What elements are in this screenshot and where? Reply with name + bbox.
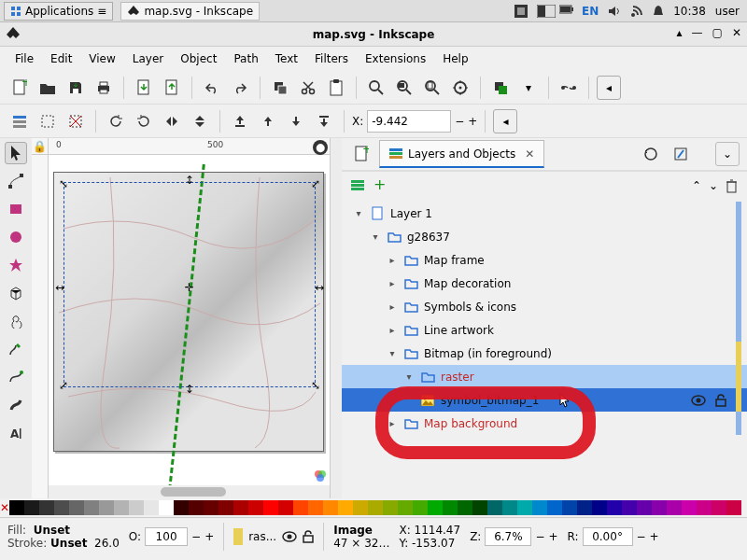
3dbox-tool[interactable]	[5, 282, 27, 304]
tree-row-mapframe[interactable]: ▸ Map frame	[342, 248, 747, 272]
layer-color-swatch[interactable]	[233, 528, 243, 545]
applications-menu[interactable]: Applications ≡	[4, 2, 113, 21]
close-icon[interactable]: ✕	[732, 26, 741, 39]
calligraphy-tool[interactable]	[5, 394, 27, 416]
swatch[interactable]	[144, 500, 159, 515]
swatch[interactable]	[622, 500, 637, 515]
print-button[interactable]	[92, 76, 116, 100]
select-mode-button[interactable]	[35, 109, 60, 133]
swatch[interactable]	[562, 500, 577, 515]
collapse-icon[interactable]: ▴	[677, 26, 683, 39]
move-up-icon[interactable]: ⌃	[692, 179, 701, 192]
rect-tool[interactable]	[5, 198, 27, 220]
selector-tool[interactable]	[5, 142, 27, 164]
current-layer[interactable]: ras...	[248, 530, 276, 543]
menu-view[interactable]: View	[81, 49, 122, 69]
zoom-minus[interactable]: −	[535, 530, 544, 543]
new-doc-button[interactable]: +	[7, 76, 32, 100]
menu-object[interactable]: Object	[173, 49, 224, 69]
swatch[interactable]	[263, 500, 278, 515]
zoom-center-button[interactable]	[448, 76, 472, 100]
rotate-cw-button[interactable]	[132, 109, 156, 133]
menu-help[interactable]: Help	[435, 49, 475, 69]
canvas-hscrollbar[interactable]	[49, 485, 330, 498]
star-tool[interactable]	[5, 254, 27, 276]
battery-icon[interactable]	[559, 5, 572, 18]
swatch[interactable]	[248, 500, 263, 515]
disclosure-icon[interactable]: ▸	[387, 325, 398, 335]
visibility-icon[interactable]	[691, 395, 706, 406]
rot-plus[interactable]: +	[650, 530, 659, 543]
stroke-value[interactable]: Unset	[50, 537, 87, 550]
zoom-input[interactable]	[485, 527, 531, 546]
opacity-plus[interactable]: +	[204, 530, 214, 543]
swatch[interactable]	[9, 500, 24, 515]
swatch[interactable]	[592, 500, 607, 515]
layer-tree[interactable]: ▾ Layer 1 ▾ g28637 ▸ Map frame ▸ Map de	[342, 200, 747, 498]
swatch[interactable]	[547, 500, 562, 515]
no-fill-swatch[interactable]: ✕	[0, 499, 9, 516]
disclosure-icon[interactable]: ▾	[370, 231, 381, 242]
canvas-area[interactable]: 🔒 0 500 ⤡ ⤢ ⤢ ⤡ ↕	[32, 138, 331, 498]
disclosure-icon[interactable]: ▸	[387, 301, 398, 312]
opacity-input[interactable]	[145, 527, 188, 546]
swatch[interactable]	[652, 500, 667, 515]
swatch[interactable]	[204, 500, 218, 515]
deselect-button[interactable]	[63, 109, 88, 133]
user-label[interactable]: user	[715, 5, 740, 18]
stepper-minus[interactable]: −	[455, 115, 464, 128]
undo-button[interactable]	[200, 76, 224, 100]
menu-edit[interactable]: Edit	[43, 49, 79, 69]
maximize-icon[interactable]: ▢	[712, 26, 723, 39]
swatch[interactable]	[293, 500, 308, 515]
bezier-tool[interactable]	[5, 366, 27, 388]
menu-filters[interactable]: Filters	[307, 49, 356, 69]
menu-extensions[interactable]: Extensions	[358, 49, 433, 69]
save-button[interactable]	[63, 76, 88, 100]
unlock-icon[interactable]	[715, 394, 726, 407]
move-down-icon[interactable]: ⌄	[709, 179, 718, 192]
menu-layer[interactable]: Layer	[125, 49, 171, 69]
swatch[interactable]	[398, 500, 413, 515]
select-all-layers-button[interactable]	[7, 109, 32, 133]
unlink-button[interactable]	[557, 76, 581, 100]
swatch[interactable]	[383, 500, 398, 515]
add-layer-icon[interactable]	[351, 180, 366, 191]
taskbar-item-inkscape[interactable]: map.svg - Inkscape	[120, 2, 260, 21]
swatch[interactable]	[308, 500, 323, 515]
export-button[interactable]	[160, 76, 184, 100]
disclosure-icon[interactable]: ▸	[387, 418, 398, 428]
keyboard-lang[interactable]: EN	[582, 5, 599, 18]
swatch[interactable]	[368, 500, 383, 515]
overflow-left-button-2[interactable]: ◂	[493, 109, 517, 133]
swatch[interactable]	[428, 500, 443, 515]
swatch[interactable]	[532, 500, 547, 515]
swatch[interactable]	[129, 500, 144, 515]
swatch[interactable]	[697, 500, 712, 515]
add-sublayer-icon[interactable]: +	[374, 175, 386, 193]
swatch[interactable]	[99, 500, 114, 515]
swatch[interactable]	[278, 500, 293, 515]
raise-button[interactable]	[256, 109, 280, 133]
tree-row-lineart[interactable]: ▸ Line artwork	[342, 318, 747, 342]
disclosure-icon[interactable]: ▾	[403, 371, 415, 382]
zoom-drawing-button[interactable]	[392, 76, 416, 100]
swatch[interactable]	[159, 500, 174, 515]
minimize-icon[interactable]: —	[692, 26, 703, 39]
swatch[interactable]	[114, 500, 129, 515]
zoom-sel-button[interactable]	[364, 76, 388, 100]
swatch[interactable]	[726, 500, 741, 515]
notifications-icon[interactable]	[653, 5, 664, 18]
tree-row-raster[interactable]: ▾ raster	[342, 365, 747, 388]
raise-top-button[interactable]	[228, 109, 252, 133]
disclosure-icon[interactable]: ▸	[387, 278, 398, 288]
swatch[interactable]	[84, 500, 99, 515]
swatch[interactable]	[353, 500, 368, 515]
tab-layers-objects[interactable]: Layers and Objects ✕	[379, 140, 544, 168]
overflow-left-button[interactable]: ◂	[597, 76, 621, 100]
tree-row-group[interactable]: ▾ g28637	[342, 225, 747, 248]
redo-button[interactable]	[228, 76, 252, 100]
tree-row-layer1[interactable]: ▾ Layer 1	[342, 202, 747, 225]
rot-minus[interactable]: −	[637, 530, 646, 543]
tray-app-icon[interactable]	[514, 5, 528, 18]
